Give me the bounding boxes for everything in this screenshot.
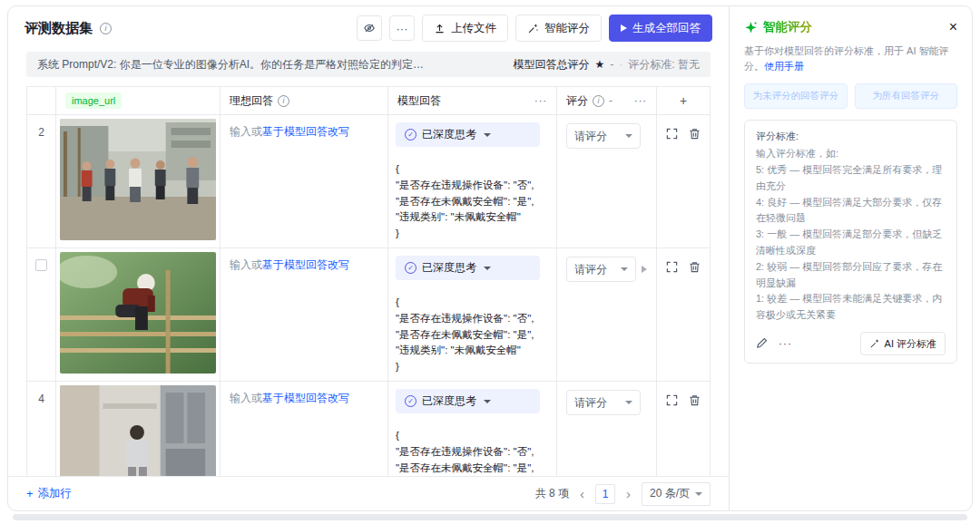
row-actions-cell xyxy=(657,248,710,381)
rewrite-from-model-link[interactable]: 基于模型回答改写 xyxy=(262,392,349,404)
table-row: 2 xyxy=(27,115,710,248)
model-answer-json[interactable]: { "是否存在违规操作设备": "否", "是否存在未佩戴安全帽": "是", … xyxy=(396,161,549,242)
row-index-cell: 2 xyxy=(27,115,56,247)
ai-criteria-button[interactable]: AI 评分标准 xyxy=(860,332,946,355)
table-header-row: image_url 理想回答 i 模型回答 ··· 评分 i - xyxy=(27,87,710,115)
construction-site-workers-photo[interactable] xyxy=(60,119,216,240)
delete-row-button[interactable] xyxy=(689,128,701,141)
expand-row-button[interactable] xyxy=(666,394,678,407)
ideal-answer-column-header: 理想回答 i xyxy=(220,87,388,114)
panel-description: 基于你对模型回答的评分标准，用于 AI 智能评分。使用手册 xyxy=(744,44,957,74)
sparkle-icon xyxy=(744,21,758,34)
row-number: 2 xyxy=(38,126,44,247)
row-actions-cell xyxy=(657,382,710,476)
model-answer-cell[interactable]: ✓ 已深度思考 { "是否存在违规操作设备": "否", "是否存在未佩戴安全帽… xyxy=(388,382,557,476)
image-cell[interactable] xyxy=(56,382,220,476)
more-actions-button[interactable]: ··· xyxy=(389,15,415,41)
deep-think-badge[interactable]: ✓ 已深度思考 xyxy=(396,122,540,147)
close-panel-button[interactable]: × xyxy=(949,20,957,34)
delete-row-button[interactable] xyxy=(689,394,701,407)
image-url-column-header: image_url xyxy=(56,87,220,114)
current-page-button[interactable]: 1 xyxy=(595,484,615,504)
rewrite-from-model-link[interactable]: 基于模型回答改写 xyxy=(262,258,349,271)
page-size-select[interactable]: 20 条/页 xyxy=(642,482,710,506)
star-icon: ★ xyxy=(595,58,605,71)
model-answer-json[interactable]: { "是否存在违规操作设备": "否", "是否存在未佩戴安全帽": "是", … xyxy=(396,295,549,375)
horizontal-scrollbar[interactable] xyxy=(13,514,967,520)
ideal-answer-label: 理想回答 xyxy=(230,93,273,109)
criteria-actions: ··· AI 评分标准 xyxy=(756,332,946,355)
deep-think-badge[interactable]: ✓ 已深度思考 xyxy=(396,256,540,280)
generate-all-label: 生成全部回答 xyxy=(632,21,701,36)
score-column-menu-icon[interactable]: ··· xyxy=(634,95,647,106)
system-prompt-bar[interactable]: 系统 Prompt/V2: 你是一位专业的图像分析AI。你的任务是严格对照给定的… xyxy=(26,52,710,77)
score-info-icon[interactable]: i xyxy=(593,95,604,107)
image-cell[interactable] xyxy=(56,115,220,247)
deep-think-badge[interactable]: ✓ 已深度思考 xyxy=(396,389,540,413)
row-select-cell xyxy=(27,248,56,381)
deep-think-label: 已深度思考 xyxy=(422,127,476,142)
score-label: 评分 xyxy=(566,93,588,109)
rewrite-from-model-link[interactable]: 基于模型回答改写 xyxy=(262,125,349,138)
next-page-button[interactable]: › xyxy=(624,486,632,501)
criteria-more-button[interactable]: ··· xyxy=(779,337,792,350)
row-checkbox[interactable] xyxy=(35,259,47,271)
page-size-label: 20 条/页 xyxy=(650,486,690,501)
title-info-icon[interactable]: i xyxy=(100,23,112,34)
add-row-label: 添加行 xyxy=(38,486,73,501)
score-placeholder: 请评分 xyxy=(574,129,607,144)
score-cell: 请评分 xyxy=(557,248,657,381)
score-select[interactable]: 请评分 xyxy=(566,390,641,415)
add-column-button[interactable]: + xyxy=(657,87,710,114)
image-cell[interactable] xyxy=(56,248,220,381)
ideal-answer-cell[interactable]: 输入或基于模型回答改写 xyxy=(220,382,388,476)
table-row: 4 xyxy=(27,382,710,476)
check-circle-icon: ✓ xyxy=(405,262,416,274)
prev-page-button[interactable]: ‹ xyxy=(578,486,586,501)
model-answer-column-header: 模型回答 ··· xyxy=(388,87,557,114)
upload-file-button[interactable]: 上传文件 xyxy=(422,15,508,42)
scaffold-worker-photo[interactable] xyxy=(60,252,216,374)
panel-title: 智能评分 xyxy=(763,19,812,35)
add-row-button[interactable]: + 添加行 xyxy=(26,486,72,501)
magic-wand-icon xyxy=(527,23,539,34)
score-all-button[interactable]: 为所有回答评分 xyxy=(855,83,958,109)
app-window: 评测数据集 i ··· 上传文件 智能评分 xyxy=(7,5,973,511)
panel-score-buttons: 为未评分的回答评分 为所有回答评分 xyxy=(744,83,957,109)
generate-all-button[interactable]: 生成全部回答 xyxy=(609,15,712,42)
chevron-down-icon xyxy=(625,134,632,138)
score-select[interactable]: 请评分 xyxy=(566,123,641,149)
deep-think-label: 已深度思考 xyxy=(422,260,476,276)
model-answer-cell[interactable]: ✓ 已深度思考 { "是否存在违规操作设备": "否", "是否存在未佩戴安全帽… xyxy=(388,115,557,247)
main-header: 评测数据集 i ··· 上传文件 智能评分 xyxy=(8,6,729,50)
delete-row-button[interactable] xyxy=(689,261,701,274)
expand-row-button[interactable] xyxy=(666,128,678,141)
edit-criteria-button[interactable] xyxy=(756,337,768,350)
ideal-answer-cell[interactable]: 输入或基于模型回答改写 xyxy=(220,115,388,247)
smart-score-panel: 智能评分 × 基于你对模型回答的评分标准，用于 AI 智能评分。使用手册 为未评… xyxy=(729,6,972,510)
ideal-info-icon[interactable]: i xyxy=(278,95,289,107)
smart-score-toolbar-label: 智能评分 xyxy=(544,21,590,36)
smart-score-toolbar-button[interactable]: 智能评分 xyxy=(515,15,602,42)
ideal-answer-cell[interactable]: 输入或基于模型回答改写 xyxy=(220,248,388,381)
model-column-menu-icon[interactable]: ··· xyxy=(534,95,547,106)
manual-link[interactable]: 使用手册 xyxy=(764,61,804,72)
criteria-textarea[interactable]: 评分标准: 输入评分标准，如: 5: 优秀 — 模型回答完全满足所有要求，理由充… xyxy=(744,120,957,364)
dataset-table: image_url 理想回答 i 模型回答 ··· 评分 i - xyxy=(26,86,710,476)
model-answer-json[interactable]: { "是否存在违规操作设备": "否", "是否存在未佩戴安全帽": "是", … xyxy=(396,428,549,476)
table-row: 输入或基于模型回答改写 ✓ 已深度思考 { "是否存在违规操作设备": "否",… xyxy=(27,248,710,382)
score-unscored-button[interactable]: 为未评分的回答评分 xyxy=(744,83,848,109)
upload-file-label: 上传文件 xyxy=(451,21,496,36)
expand-row-button[interactable] xyxy=(666,261,678,274)
hide-columns-button[interactable] xyxy=(357,15,382,41)
deep-think-label: 已深度思考 xyxy=(422,393,476,409)
score-select[interactable]: 请评分 xyxy=(566,257,636,282)
run-score-button[interactable] xyxy=(642,266,647,273)
chevron-down-icon xyxy=(484,400,491,403)
row-actions-cell xyxy=(657,115,710,247)
chevron-down-icon xyxy=(484,267,491,270)
check-circle-icon: ✓ xyxy=(405,395,416,407)
control-room-worker-photo[interactable] xyxy=(60,385,216,476)
model-answer-cell[interactable]: ✓ 已深度思考 { "是否存在违规操作设备": "否", "是否存在未佩戴安全帽… xyxy=(388,248,557,381)
total-score-value: - xyxy=(610,58,613,71)
